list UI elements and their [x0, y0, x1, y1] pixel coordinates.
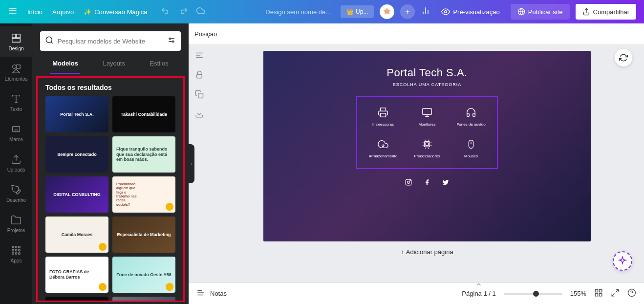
- duplicate-icon[interactable]: [195, 90, 204, 101]
- template-label: FOTO-GRAFIAS de Débora Barros: [45, 269, 108, 280]
- rail-marca[interactable]: Marca: [0, 117, 32, 148]
- template-card[interactable]: Especialista de Marketing: [112, 217, 175, 253]
- rail-design[interactable]: Design: [0, 26, 32, 57]
- rail-desenho[interactable]: Desenho: [0, 178, 32, 208]
- share-button[interactable]: Compartilhar: [576, 4, 636, 20]
- template-card[interactable]: Takashi Contabilidade: [112, 96, 175, 132]
- printer-icon: [377, 107, 389, 118]
- template-card[interactable]: Sempre conectado: [45, 136, 108, 173]
- category-fones[interactable]: Fones de ouvido: [450, 107, 492, 127]
- category-selection-box[interactable]: Impressoras Monitores Fones de ouvido: [356, 96, 498, 169]
- svg-line-32: [51, 42, 52, 43]
- document-title[interactable]: Design sem nome de...: [265, 8, 331, 16]
- grid-view-icon[interactable]: [594, 288, 603, 299]
- rail-elementos-label: Elementos: [4, 76, 27, 82]
- rail-desenho-label: Desenho: [6, 197, 26, 203]
- ai-sparkle-button[interactable]: [613, 251, 632, 271]
- category-label: Processadores: [414, 154, 440, 158]
- svg-rect-42: [381, 113, 386, 117]
- rail-texto[interactable]: Texto: [0, 87, 32, 117]
- premium-badge-icon: [166, 203, 173, 211]
- category-impressoras[interactable]: Impressoras: [362, 107, 404, 127]
- template-card[interactable]: ALAVANQUE SUA EMPRESA: [112, 297, 175, 302]
- rail-uploads-label: Uploads: [7, 167, 25, 173]
- user-avatar[interactable]: [380, 4, 394, 19]
- search-box[interactable]: [40, 31, 181, 51]
- template-card[interactable]: Olá, sou o Carlos Gama.: [45, 297, 108, 302]
- nav-inicio[interactable]: Início: [27, 8, 43, 16]
- template-card[interactable]: Camila Moraes: [45, 217, 108, 253]
- template-card[interactable]: Portal Tech S.A.: [45, 96, 108, 132]
- svg-point-28: [12, 252, 14, 254]
- page-indicator[interactable]: Página 1 / 1: [462, 290, 495, 297]
- redo-icon[interactable]: [179, 6, 188, 17]
- crown-icon: 👑: [346, 8, 354, 15]
- zoom-thumb[interactable]: [533, 291, 539, 297]
- analytics-icon[interactable]: [421, 6, 430, 18]
- rail-elementos[interactable]: Elementos: [0, 57, 32, 87]
- cloud-sync-icon[interactable]: [196, 6, 205, 17]
- svg-point-15: [13, 65, 16, 68]
- upgrade-button[interactable]: 👑 Up...: [341, 5, 374, 18]
- tab-estilos[interactable]: Estilos: [148, 57, 170, 70]
- category-processadores[interactable]: Processadores: [406, 138, 448, 158]
- search-input[interactable]: [58, 38, 164, 45]
- zoom-slider[interactable]: [504, 293, 562, 295]
- instagram-icon[interactable]: [405, 179, 412, 187]
- rail-projetos[interactable]: Projetos: [0, 208, 32, 239]
- design-subtitle[interactable]: ESCOLHA UMA CATEGORIA: [263, 82, 591, 87]
- tab-modelos[interactable]: Modelos: [50, 57, 80, 70]
- add-collaborator-button[interactable]: [400, 4, 415, 19]
- cpu-icon: [421, 138, 433, 150]
- position-button[interactable]: Posição: [194, 30, 217, 38]
- template-card[interactable]: Fique tranquilo sabendo que sua declaraç…: [112, 136, 175, 173]
- premium-badge-icon: [166, 283, 173, 291]
- svg-point-29: [15, 252, 17, 254]
- page-up-icon[interactable]: [475, 281, 482, 289]
- canvas-toolbar: Posição: [189, 23, 644, 45]
- nav-conversao-magica[interactable]: ✨ Conversão Mágica: [84, 8, 147, 16]
- svg-rect-14: [12, 38, 21, 42]
- category-armazenamento[interactable]: Armazenamento: [362, 138, 404, 158]
- svg-rect-16: [17, 65, 20, 68]
- svg-rect-57: [469, 140, 473, 149]
- template-card[interactable]: Procurando alguém que faça o trabalho na…: [112, 176, 175, 213]
- menu-icon[interactable]: [8, 6, 18, 18]
- align-icon[interactable]: [195, 51, 204, 62]
- design-title[interactable]: Portal Tech S.A.: [263, 66, 591, 79]
- help-icon[interactable]: [627, 288, 636, 299]
- nav-arquivo[interactable]: Arquivo: [52, 8, 74, 16]
- add-page-button[interactable]: + Adicionar página: [401, 248, 453, 256]
- svg-line-70: [612, 294, 614, 296]
- filter-icon[interactable]: [167, 36, 176, 46]
- publish-site-button[interactable]: Publicar site: [511, 4, 570, 20]
- rail-uploads[interactable]: Uploads: [0, 148, 32, 178]
- template-card[interactable]: FOTO-GRAFIAS de Débora Barros: [45, 257, 108, 293]
- design-canvas[interactable]: Portal Tech S.A. ESCOLHA UMA CATEGORIA I…: [263, 51, 591, 241]
- notes-label[interactable]: Notas: [210, 290, 227, 297]
- preview-button[interactable]: Pré-visualização: [436, 4, 504, 19]
- facebook-icon[interactable]: [424, 179, 430, 187]
- template-card[interactable]: Fone de ouvido Oeste A56: [112, 257, 175, 293]
- canvas-area: Posição Portal Tech S.A. ESCOLHA UMA CAT…: [189, 23, 644, 304]
- notes-icon[interactable]: [196, 288, 205, 299]
- lock-icon[interactable]: [195, 70, 204, 81]
- category-monitores[interactable]: Monitores: [406, 107, 448, 127]
- twitter-icon[interactable]: [442, 179, 449, 187]
- refresh-button[interactable]: [615, 49, 632, 66]
- svg-point-36: [172, 41, 174, 43]
- rail-apps[interactable]: Apps: [0, 239, 32, 269]
- template-label: Fique tranquilo sabendo que sua declaraç…: [112, 147, 175, 162]
- svg-point-24: [19, 246, 21, 248]
- tab-layouts[interactable]: Layouts: [101, 57, 127, 70]
- svg-marker-17: [13, 69, 20, 72]
- headphones-icon: [465, 107, 477, 118]
- fullscreen-icon[interactable]: [611, 288, 620, 299]
- undo-icon[interactable]: [161, 6, 170, 17]
- category-mouses[interactable]: Mouses: [450, 138, 492, 158]
- template-card[interactable]: DIGITAL CONSULTING: [45, 176, 108, 213]
- export-icon[interactable]: [195, 109, 204, 120]
- template-label: Takashi Contabilidade: [117, 112, 171, 117]
- zoom-percentage[interactable]: 155%: [570, 290, 586, 297]
- svg-rect-41: [198, 93, 203, 98]
